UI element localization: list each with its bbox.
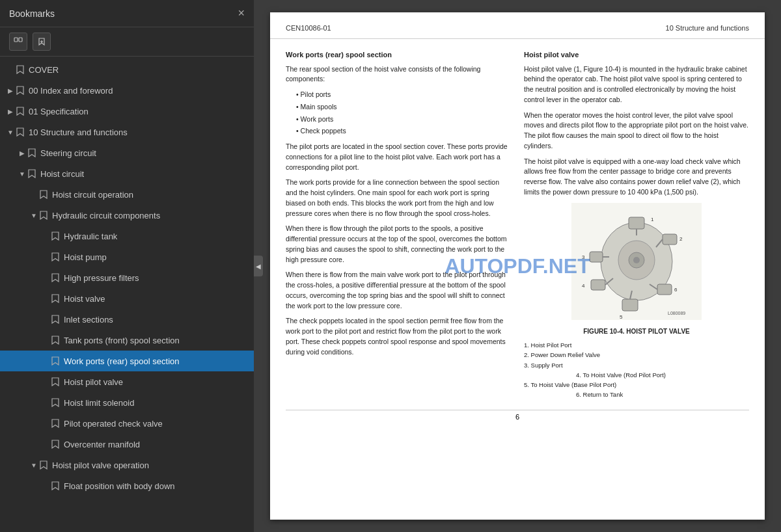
sidebar-label-inlet-sections: Inlet sections xyxy=(64,315,249,325)
sidebar-item-hoist-circuit[interactable]: Hoist circuit xyxy=(0,163,254,184)
sidebar-item-hoist-valve[interactable]: Hoist valve xyxy=(0,288,254,309)
sidebar-label-hydraulic-components: Hydraulic circuit components xyxy=(52,211,249,220)
sidebar-label-hoist-pilot-op: Hoist pilot valve operation xyxy=(52,460,249,470)
expand-arrow-structure[interactable] xyxy=(5,129,16,136)
bookmark-icon-hoist-pilot-op xyxy=(39,460,48,470)
pdf-body: Work ports (rear) spool section The rear… xyxy=(270,39,765,410)
expand-arrow-hoist-pilot-op[interactable] xyxy=(29,462,39,469)
sidebar-item-hoist-pilot[interactable]: Hoist pilot valve xyxy=(0,371,254,392)
left-para5: The check poppets located in the spool s… xyxy=(286,316,511,357)
left-column: Work ports (rear) spool section The rear… xyxy=(286,49,511,399)
sidebar-item-hoist-op[interactable]: Hoist circuit operation xyxy=(0,184,254,205)
sidebar-item-structure[interactable]: 10 Structure and functions xyxy=(0,122,254,142)
page-content: AUTOPDF.NET CEN10086-01 10 Structure and… xyxy=(270,12,765,520)
bookmark-icon-hydraulic-components xyxy=(39,210,48,220)
left-section-title: Work ports (rear) spool section xyxy=(286,49,511,60)
sidebar-label-high-pressure: High pressure filters xyxy=(64,273,249,283)
main-area: ◀ AUTOPDF.NET CEN10086-01 10 Structure a… xyxy=(254,0,781,532)
sidebar-label-cover: COVER xyxy=(29,65,249,75)
sidebar-item-hydraulic-components[interactable]: Hydraulic circuit components xyxy=(0,205,254,226)
legend-1: 1. Hoist Pilot Port xyxy=(524,341,571,349)
sidebar-item-hoist-pump[interactable]: Hoist pump xyxy=(0,246,254,267)
right-para3: The hoist pilot valve is equipped with a… xyxy=(524,157,749,198)
sidebar: Bookmarks × COVER 00 Index and foreword … xyxy=(0,0,254,532)
sidebar-label-hoist-pilot: Hoist pilot valve xyxy=(64,377,249,387)
left-intro: The rear spool section of the hoist valv… xyxy=(286,64,511,85)
sidebar-label-work-ports: Work ports (rear) spool section xyxy=(64,356,249,366)
right-column: Hoist pilot valve Hoist pilot valve (1, … xyxy=(524,49,749,399)
sidebar-item-hoist-limit[interactable]: Hoist limit solenoid xyxy=(0,392,254,413)
left-para2: The work ports provide for a line connec… xyxy=(286,178,511,219)
bookmark-icon-high-pressure xyxy=(51,273,60,283)
svg-rect-6 xyxy=(629,217,644,229)
close-button[interactable]: × xyxy=(238,7,245,20)
sidebar-tree: COVER 00 Index and foreword 01 Specifica… xyxy=(0,57,254,532)
bullet-3: Work ports xyxy=(296,114,511,125)
svg-text:5: 5 xyxy=(620,314,623,320)
bookmark-icon-float-position xyxy=(51,481,60,491)
legend-4: 4. To Hoist Valve (Rod Pilot Port) xyxy=(576,371,666,379)
figure-caption: FIGURE 10-4. HOIST PILOT VALVE xyxy=(524,326,749,336)
right-para2: When the operator moves the hoist contro… xyxy=(524,111,749,152)
svg-text:3: 3 xyxy=(582,254,585,260)
sidebar-item-spec[interactable]: 01 Specification xyxy=(0,101,254,122)
page-panel: AUTOPDF.NET CEN10086-01 10 Structure and… xyxy=(254,0,781,532)
left-bullets: Pilot ports Main spools Work ports Check… xyxy=(296,90,511,137)
sidebar-item-overcenter[interactable]: Overcenter manifold xyxy=(0,434,254,455)
expand-arrow-steering[interactable] xyxy=(17,150,27,157)
sidebar-toolbar xyxy=(0,27,254,57)
legend-6: 6. Return to Tank xyxy=(576,391,623,398)
sidebar-label-hoist-pump: Hoist pump xyxy=(64,252,249,262)
bullet-4: Check poppets xyxy=(296,126,511,137)
svg-rect-12 xyxy=(590,252,603,262)
pdf-section-header: 10 Structure and functions xyxy=(666,24,749,32)
svg-point-26 xyxy=(633,257,640,263)
sidebar-header: Bookmarks × xyxy=(0,0,254,27)
expand-arrow-hoist-circuit[interactable] xyxy=(17,170,27,178)
svg-text:6: 6 xyxy=(674,287,678,293)
right-section-title: Hoist pilot valve xyxy=(524,49,749,60)
sidebar-label-structure: 10 Structure and functions xyxy=(29,127,249,137)
bookmark-icon-cover xyxy=(16,64,25,75)
legend-3: 3. Supply Port xyxy=(524,362,563,369)
sidebar-item-tank-ports[interactable]: Tank ports (front) spool section xyxy=(0,330,254,351)
svg-text:2: 2 xyxy=(679,236,683,242)
svg-text:4: 4 xyxy=(582,283,585,289)
svg-rect-0 xyxy=(14,38,18,42)
pdf-header: CEN10086-01 10 Structure and functions xyxy=(270,12,765,39)
sidebar-item-work-ports[interactable]: Work ports (rear) spool section xyxy=(0,351,254,371)
legend-2: 2. Power Down Relief Valve xyxy=(524,351,600,358)
sidebar-item-high-pressure[interactable]: High pressure filters xyxy=(0,267,254,288)
sidebar-label-hoist-circuit: Hoist circuit xyxy=(40,169,249,179)
sidebar-item-inlet-sections[interactable]: Inlet sections xyxy=(0,309,254,330)
bookmark-icon-hoist-pump xyxy=(51,252,60,262)
sidebar-item-float-position[interactable]: Float position with body down xyxy=(0,475,254,496)
sidebar-item-cover[interactable]: COVER xyxy=(0,59,254,80)
new-bookmark-button[interactable] xyxy=(33,33,51,51)
collapse-sidebar-button[interactable]: ◀ xyxy=(254,256,263,276)
bookmark-icon-pilot-check xyxy=(51,418,60,429)
svg-text:L080089: L080089 xyxy=(668,311,685,315)
bookmark-icon-structure xyxy=(16,127,25,137)
sidebar-item-hoist-pilot-op[interactable]: Hoist pilot valve operation xyxy=(0,455,254,475)
svg-rect-15 xyxy=(591,280,605,290)
expand-arrow-index[interactable] xyxy=(5,87,16,94)
bookmark-list-button[interactable] xyxy=(9,33,27,51)
page-number: 6 xyxy=(286,410,749,421)
sidebar-item-index[interactable]: 00 Index and foreword xyxy=(0,80,254,101)
sidebar-item-hydraulic-tank[interactable]: Hydraulic tank xyxy=(0,226,254,246)
bookmark-icon-work-ports xyxy=(51,356,60,366)
right-para1: Hoist pilot valve (1, Figure 10-4) is mo… xyxy=(524,64,749,105)
svg-rect-1 xyxy=(19,38,22,42)
figure-legend: 1. Hoist Pilot Port 2. Power Down Relief… xyxy=(524,340,749,399)
sidebar-label-hoist-limit: Hoist limit solenoid xyxy=(64,398,249,408)
bookmark-icon-hoist-pilot xyxy=(51,377,60,387)
sidebar-label-index: 00 Index and foreword xyxy=(29,86,249,96)
sidebar-item-steering[interactable]: Steering circuit xyxy=(0,142,254,163)
svg-text:1: 1 xyxy=(651,217,654,222)
expand-arrow-hydraulic-components[interactable] xyxy=(29,212,39,219)
sidebar-item-pilot-check[interactable]: Pilot operated check valve xyxy=(0,413,254,434)
sidebar-label-pilot-check: Pilot operated check valve xyxy=(64,419,249,429)
expand-arrow-spec[interactable] xyxy=(5,108,16,115)
bookmark-icon-tank-ports xyxy=(51,335,60,345)
